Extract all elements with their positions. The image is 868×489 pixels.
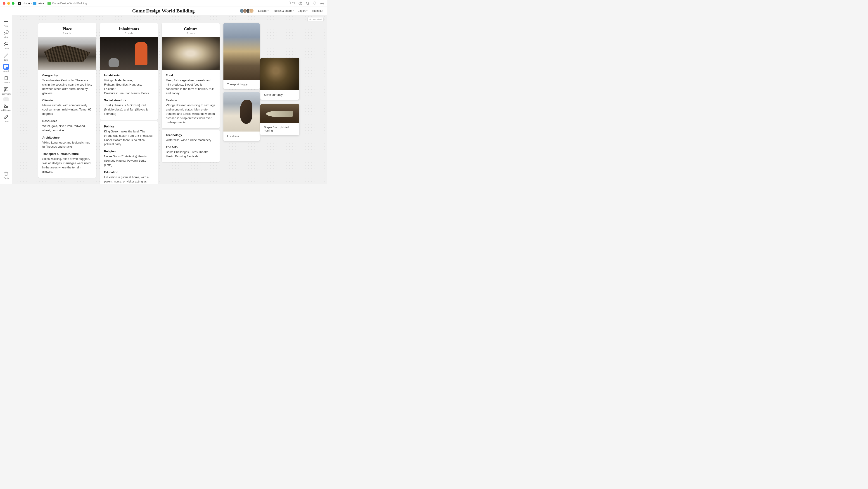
section-heading: Politics (104, 125, 154, 128)
column-count: 2 cards (38, 32, 96, 35)
column-header[interactable]: Culture 3 cards (162, 23, 220, 37)
sidebar-item-link[interactable]: Link (0, 29, 12, 39)
device-count[interactable]: 21 (288, 1, 295, 5)
note-icon (3, 19, 9, 24)
card-label: Staple food: pickled herring (260, 123, 299, 135)
free-card-buggy[interactable]: Transport buggy (223, 23, 260, 89)
trash-icon (3, 171, 9, 177)
free-card-fish[interactable]: Staple food: pickled herring (260, 104, 299, 135)
card-body[interactable]: Technology Watermills, wind turbine mach… (162, 130, 220, 163)
free-card-coins[interactable]: Silver currency (260, 58, 299, 99)
breadcrumb-work[interactable]: Work (38, 2, 44, 5)
breadcrumb-sep: / (45, 2, 46, 5)
avatar[interactable] (249, 8, 254, 13)
unsorted-badge[interactable]: 0 Unsorted (307, 17, 323, 22)
search-icon[interactable] (306, 1, 310, 5)
section-text: Norse Gods (Christianity) Helvits (Genet… (104, 154, 154, 167)
maximize-window-icon[interactable] (12, 2, 14, 5)
card-label: Fur dress (223, 132, 260, 141)
sidebar-item-addimage[interactable]: Add image (0, 102, 12, 112)
sidebar-item-note[interactable]: Note (0, 18, 12, 28)
phone-icon (288, 1, 291, 5)
publish-button[interactable]: Publish & share▾ (273, 9, 294, 12)
sidebar-item-label: Add image (1, 109, 11, 111)
svg-point-3 (306, 2, 309, 4)
card-label: Transport buggy (223, 80, 260, 89)
sidebar-item-line[interactable]: Line (0, 52, 12, 62)
card-image-fish (260, 104, 299, 123)
card-image-hands (162, 37, 220, 70)
column-inhabitants[interactable]: Inhabitants 3 cards Inhabitants Vikings:… (100, 23, 158, 184)
card-label: Silver currency (260, 90, 299, 99)
svg-point-2 (300, 4, 301, 4)
sidebar-item-todo[interactable]: To-do (0, 40, 12, 51)
column-header[interactable]: Place 2 cards (38, 23, 96, 37)
chevron-down-icon: ▾ (306, 10, 308, 12)
minimize-window-icon[interactable] (7, 2, 10, 5)
bell-icon[interactable] (313, 1, 317, 5)
board-icon (3, 64, 9, 70)
section-heading: Architecture (42, 136, 92, 139)
section-text: Viking Longhouse and Icelandic mud turf … (42, 141, 92, 149)
chevron-down-icon: ▾ (293, 10, 294, 12)
section-heading: Social structure (104, 98, 154, 102)
canvas[interactable]: 0 Unsorted Place 2 cards Geography Scand… (12, 15, 327, 184)
card[interactable]: Politics King Gozom rules the land. The … (100, 121, 158, 184)
editors-button[interactable]: Editors▾ (258, 9, 269, 12)
breadcrumb: ✕ Home / Work / Game Design World Buildi… (18, 2, 87, 5)
sidebar-item-label: Note (4, 25, 8, 27)
section-heading: Religion (104, 150, 154, 153)
card-image-coins (260, 58, 299, 90)
avatars[interactable] (240, 8, 254, 13)
column-header[interactable]: Inhabitants 3 cards (100, 23, 158, 37)
sidebar-item-draw[interactable]: Draw (0, 113, 12, 124)
section-heading: Resources (42, 119, 92, 123)
section-heading: Fashion (166, 98, 216, 102)
help-icon[interactable] (298, 1, 302, 5)
sidebar-item-trash[interactable]: Trash (0, 170, 12, 180)
doc-icon[interactable] (48, 2, 51, 5)
sidebar-item-label: Comment (2, 93, 10, 95)
free-card-fur[interactable]: Fur dress (223, 92, 260, 141)
section-heading: Inhabitants (104, 74, 154, 77)
section-text: King Gozom rules the land. The throne wa… (104, 130, 154, 146)
zoom-out-button[interactable]: Zoom out (312, 9, 323, 12)
section-text: Scandinavian Peninsula. Theassus sits in… (42, 78, 92, 95)
header-actions: Editors▾ Publish & share▾ Export▾ Zoom o… (240, 8, 323, 13)
gear-icon[interactable] (320, 1, 324, 5)
card-image-buggy (223, 23, 260, 80)
card-image-fur (223, 92, 260, 132)
sidebar-item-label: Column (2, 82, 9, 84)
sidebar-item-column[interactable]: Column (0, 74, 12, 85)
add-image-icon (3, 103, 9, 109)
sidebar: Note Link To-do Line Board Column Commen… (0, 15, 12, 184)
sidebar-item-comment[interactable]: Comment (0, 86, 12, 96)
column-count: 3 cards (100, 32, 158, 35)
column-count: 3 cards (162, 32, 220, 35)
column-culture[interactable]: Culture 3 cards Food Meat, fish, vegetab… (162, 23, 220, 162)
home-icon[interactable]: ✕ (18, 2, 21, 5)
card[interactable]: Technology Watermills, wind turbine mach… (162, 130, 220, 163)
section-text: Water, gold, silver, iron, redwood, whea… (42, 124, 92, 133)
breadcrumb-home[interactable]: Home (23, 2, 30, 5)
work-icon[interactable] (33, 2, 36, 5)
card-body[interactable]: Food Meat, fish, vegetables, cereals and… (162, 70, 220, 128)
close-window-icon[interactable] (3, 2, 5, 5)
export-button[interactable]: Export▾ (298, 9, 308, 12)
sidebar-item-board[interactable]: Board (0, 63, 12, 74)
card-body[interactable]: Inhabitants Vikings: Male, female, Fight… (100, 70, 158, 120)
breadcrumb-current[interactable]: Game Design World Building (52, 2, 87, 5)
section-text: Vikings dressed according to sex, age an… (166, 103, 216, 124)
section-heading: Education (104, 170, 154, 174)
section-text: Watermills, wind turbine machinery (166, 138, 216, 142)
column-place[interactable]: Place 2 cards Geography Scandinavian Pen… (38, 23, 96, 178)
card-body[interactable]: Geography Scandinavian Peninsula. Theass… (38, 70, 96, 178)
sidebar-more-button[interactable]: ••• (3, 97, 9, 101)
line-icon (3, 53, 9, 58)
todo-icon (3, 41, 9, 47)
sidebar-item-label: Board (3, 70, 9, 73)
svg-rect-8 (4, 104, 8, 107)
card-image-vikings (100, 37, 158, 70)
section-text: Vikings: Male, female, Fighters: Bountie… (104, 78, 154, 95)
card-body[interactable]: Politics King Gozom rules the land. The … (100, 121, 158, 184)
